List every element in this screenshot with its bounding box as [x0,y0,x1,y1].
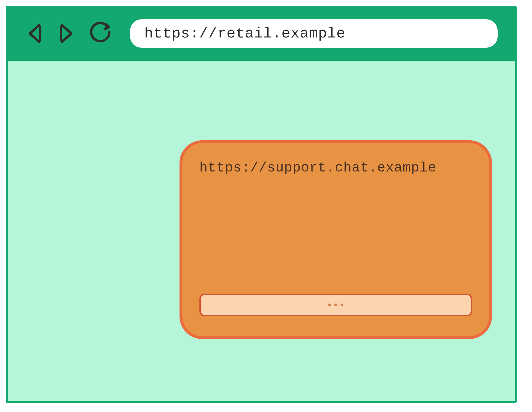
browser-toolbar: https://retail.example [8,8,515,59]
chat-input-container [199,294,472,316]
refresh-icon [87,21,113,46]
chat-widget-url: https://support.chat.example [199,160,472,175]
refresh-button[interactable] [87,21,113,46]
url-bar[interactable]: https://retail.example [130,19,498,48]
back-arrow-icon [26,22,43,45]
browser-content: https://support.chat.example [8,59,515,401]
loading-dots-icon [328,304,343,306]
chat-widget: https://support.chat.example [180,140,492,339]
forward-button[interactable] [56,21,76,46]
forward-arrow-icon [58,22,75,45]
chat-input[interactable] [199,294,472,316]
back-button[interactable] [25,21,45,46]
url-text: https://retail.example [144,25,346,42]
browser-window: https://retail.example https://support.c… [6,6,517,403]
